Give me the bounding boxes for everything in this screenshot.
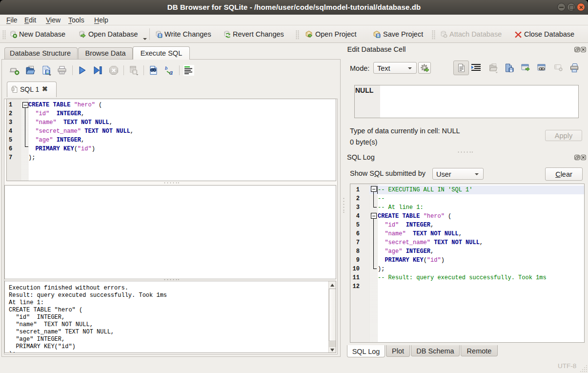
svg-text:b: b — [165, 65, 168, 71]
svg-text:a: a — [169, 69, 173, 76]
